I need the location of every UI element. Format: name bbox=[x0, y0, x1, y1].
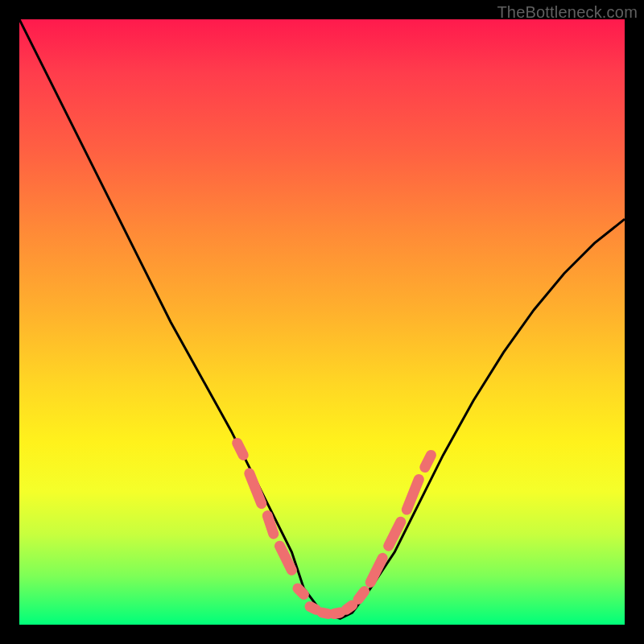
accent-segment bbox=[358, 592, 365, 600]
accent-segment bbox=[334, 613, 341, 614]
accent-segment bbox=[310, 606, 316, 609]
accent-segment bbox=[267, 516, 274, 535]
accent-segment bbox=[237, 443, 244, 455]
accent-segment bbox=[250, 473, 262, 504]
plot-overlay bbox=[19, 19, 625, 625]
accent-segment bbox=[322, 613, 328, 614]
accent-segment bbox=[346, 605, 353, 609]
accent-segment bbox=[298, 588, 304, 595]
accent-segment bbox=[370, 558, 382, 582]
watermark-text: TheBottleneck.com bbox=[497, 3, 638, 22]
accent-segment bbox=[425, 455, 431, 467]
chart-frame: TheBottleneck.com bbox=[0, 0, 644, 644]
bottleneck-curve bbox=[19, 19, 625, 619]
accent-valley-segments bbox=[237, 443, 431, 613]
